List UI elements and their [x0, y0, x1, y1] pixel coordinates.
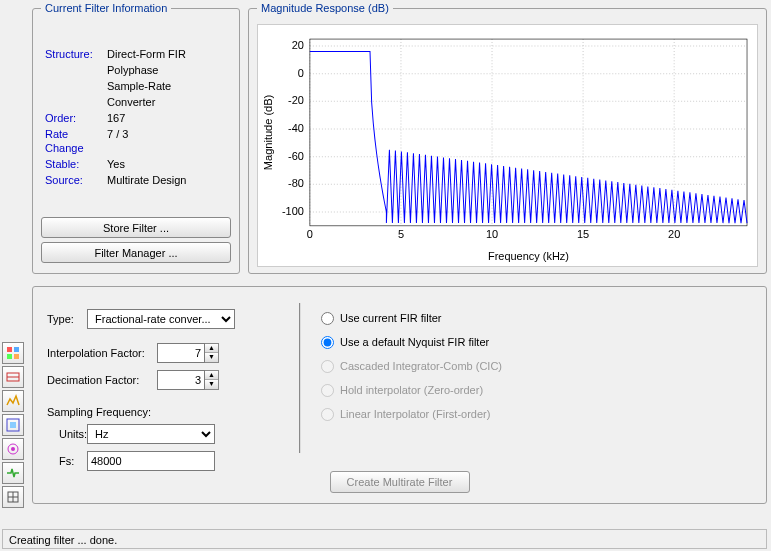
svg-text:Frequency (kHz): Frequency (kHz) [488, 250, 569, 262]
status-bar: Creating filter ... done. [2, 529, 767, 549]
radio-linear [321, 408, 334, 421]
interp-input[interactable] [157, 343, 205, 363]
radio-hold [321, 384, 334, 397]
svg-rect-21 [310, 39, 747, 226]
tool-btn-1[interactable] [2, 342, 24, 364]
magnitude-response-panel: Magnitude Response (dB) 05101520200-20-4… [248, 2, 767, 274]
structure-label: Structure: [43, 46, 105, 62]
units-select[interactable]: Hz [87, 424, 215, 444]
structure-value: Direct-Form FIR [105, 46, 229, 62]
filter-info-panel: Current Filter Information Structure:Dir… [32, 2, 240, 274]
filter-info-legend: Current Filter Information [41, 2, 171, 14]
svg-text:-100: -100 [282, 205, 304, 217]
decim-spinner[interactable]: ▲▼ [157, 370, 219, 390]
stable-label: Stable: [43, 156, 105, 172]
tool-btn-4[interactable] [2, 414, 24, 436]
order-value: 167 [105, 110, 229, 126]
svg-rect-2 [7, 354, 12, 359]
svg-rect-3 [14, 354, 19, 359]
tool-btn-7[interactable] [2, 486, 24, 508]
svg-text:-40: -40 [288, 122, 304, 134]
svg-rect-1 [14, 347, 19, 352]
type-select[interactable]: Fractional-rate conver... [87, 309, 235, 329]
svg-text:0: 0 [298, 67, 304, 79]
source-value: Multirate Design [105, 172, 229, 188]
tool-btn-6[interactable] [2, 462, 24, 484]
svg-text:15: 15 [577, 228, 589, 240]
store-filter-button[interactable]: Store Filter ... [41, 217, 231, 238]
fs-input[interactable] [87, 451, 215, 471]
fs-label: Fs: [47, 455, 87, 467]
decim-input[interactable] [157, 370, 205, 390]
tool-btn-5[interactable] [2, 438, 24, 460]
filter-manager-button[interactable]: Filter Manager ... [41, 242, 231, 263]
spin-up-icon[interactable]: ▲ [205, 371, 218, 380]
rate-value: 7 / 3 [105, 126, 229, 156]
tool-sidebar [2, 340, 30, 510]
decim-label: Decimation Factor: [47, 374, 157, 386]
rate-label: Rate Change [43, 126, 105, 156]
units-label: Units: [47, 428, 87, 440]
tool-btn-3[interactable] [2, 390, 24, 412]
radio-default-nyquist[interactable] [321, 336, 334, 349]
svg-text:20: 20 [668, 228, 680, 240]
svg-text:-80: -80 [288, 177, 304, 189]
multirate-params-panel: Type: Fractional-rate conver... Interpol… [32, 286, 767, 504]
stable-value: Yes [105, 156, 229, 172]
svg-point-7 [11, 447, 15, 451]
svg-text:10: 10 [486, 228, 498, 240]
radio-cic [321, 360, 334, 373]
svg-text:-60: -60 [288, 150, 304, 162]
filter-info-props: Structure:Direct-Form FIR Polyphase Samp… [41, 22, 231, 215]
svg-text:0: 0 [307, 228, 313, 240]
svg-rect-0 [7, 347, 12, 352]
svg-text:-20: -20 [288, 94, 304, 106]
spin-up-icon[interactable]: ▲ [205, 344, 218, 353]
svg-text:Magnitude (dB): Magnitude (dB) [262, 95, 274, 170]
spin-down-icon[interactable]: ▼ [205, 380, 218, 389]
svg-text:20: 20 [292, 39, 304, 51]
radio-current-fir[interactable] [321, 312, 334, 325]
sf-heading: Sampling Frequency: [47, 406, 257, 418]
svg-text:5: 5 [398, 228, 404, 240]
spin-down-icon[interactable]: ▼ [205, 353, 218, 362]
source-label: Source: [43, 172, 105, 188]
tool-btn-2[interactable] [2, 366, 24, 388]
magnitude-chart: 05101520200-20-40-60-80-100Frequency (kH… [257, 24, 758, 267]
mag-resp-legend: Magnitude Response (dB) [257, 2, 393, 14]
order-label: Order: [43, 110, 105, 126]
interp-spinner[interactable]: ▲▼ [157, 343, 219, 363]
type-label: Type: [47, 313, 87, 325]
create-multirate-button[interactable]: Create Multirate Filter [330, 471, 470, 493]
interp-label: Interpolation Factor: [47, 347, 157, 359]
